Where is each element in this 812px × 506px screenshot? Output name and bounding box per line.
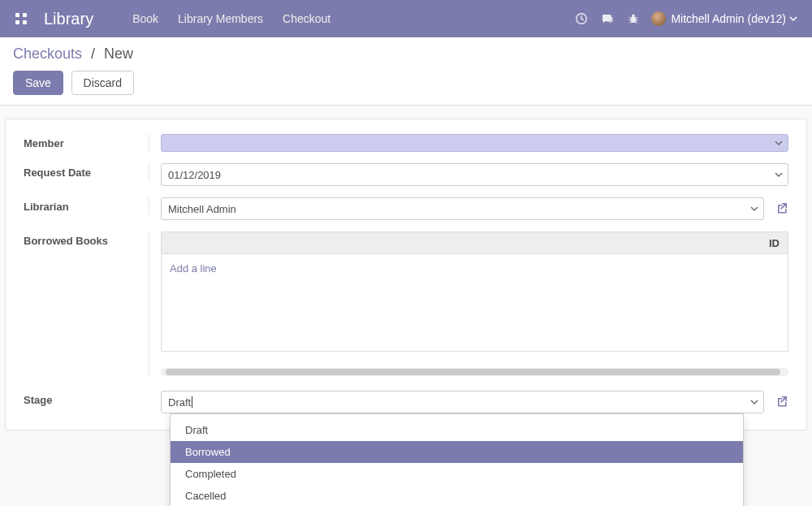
chat-icon[interactable] xyxy=(601,12,614,25)
apps-icon[interactable] xyxy=(15,12,28,25)
control-panel: Checkouts / New Save Discard xyxy=(0,37,812,106)
user-label: Mitchell Admin (dev12) xyxy=(671,12,786,25)
external-link-icon[interactable] xyxy=(774,395,788,409)
list-header: ID xyxy=(161,231,788,254)
request-date-value: 01/12/2019 xyxy=(168,169,221,181)
bug-icon[interactable] xyxy=(627,12,640,25)
chevron-down-icon xyxy=(775,171,783,179)
member-input[interactable] xyxy=(161,134,788,152)
form-sheet: Member Request Date 01/12/2019 xyxy=(5,119,807,430)
breadcrumb: Checkouts / New xyxy=(13,45,799,63)
svg-rect-3 xyxy=(23,20,27,24)
list-footer xyxy=(161,332,788,352)
label-stage: Stage xyxy=(24,391,149,409)
menu-item-checkout[interactable]: Checkout xyxy=(283,12,330,25)
svg-rect-0 xyxy=(15,13,19,17)
label-member: Member xyxy=(24,134,149,152)
stage-option-borrowed[interactable]: Borrowed xyxy=(171,441,743,463)
app-title[interactable]: Library xyxy=(44,10,93,28)
librarian-input[interactable]: Mitchell Admin xyxy=(161,197,764,220)
svg-point-6 xyxy=(633,14,636,17)
navbar: Library Book Library Members Checkout Mi… xyxy=(0,0,812,37)
row-request-date: Request Date 01/12/2019 xyxy=(24,163,788,186)
save-button[interactable]: Save xyxy=(13,71,63,95)
text-cursor xyxy=(192,396,192,408)
chevron-down-icon xyxy=(750,398,758,406)
label-borrowed-books: Borrowed Books xyxy=(24,231,149,376)
request-date-input[interactable]: 01/12/2019 xyxy=(161,163,788,186)
menu-item-book[interactable]: Book xyxy=(132,12,158,25)
stage-value: Draft xyxy=(168,396,191,409)
list-body: Add a line xyxy=(161,254,788,332)
svg-rect-1 xyxy=(23,13,27,17)
breadcrumb-sep: / xyxy=(91,45,95,62)
discard-button[interactable]: Discard xyxy=(71,71,134,95)
scrollbar[interactable] xyxy=(161,368,788,376)
stage-option-draft[interactable]: Draft xyxy=(171,419,743,441)
stage-dropdown: Draft Borrowed Completed Cacelled Create… xyxy=(170,413,744,506)
stage-option-cancelled[interactable]: Cacelled xyxy=(171,485,743,506)
label-request-date: Request Date xyxy=(24,163,149,181)
sheet-background: Member Request Date 01/12/2019 xyxy=(0,106,812,450)
stage-input[interactable]: Draft xyxy=(161,391,764,413)
label-librarian: Librarian xyxy=(24,197,149,215)
chevron-down-icon xyxy=(750,205,758,213)
avatar xyxy=(651,11,666,26)
clock-icon[interactable] xyxy=(575,12,588,25)
breadcrumb-root[interactable]: Checkouts xyxy=(13,45,82,62)
row-borrowed-books: Borrowed Books ID Add a line xyxy=(24,231,788,376)
user-menu[interactable]: Mitchell Admin (dev12) xyxy=(651,11,797,26)
svg-rect-2 xyxy=(15,20,19,24)
stage-option-completed[interactable]: Completed xyxy=(171,463,743,485)
column-id[interactable]: ID xyxy=(769,237,780,249)
chevron-down-icon xyxy=(789,15,797,23)
breadcrumb-current: New xyxy=(104,45,133,62)
scrollbar-thumb[interactable] xyxy=(166,369,780,375)
chevron-down-icon xyxy=(775,139,783,147)
row-librarian: Librarian Mitchell Admin xyxy=(24,197,788,220)
row-stage: Stage Draft Draft Borrowed Completed Cac… xyxy=(24,391,788,413)
external-link-icon[interactable] xyxy=(774,201,788,216)
menu-item-library-members[interactable]: Library Members xyxy=(178,12,263,25)
librarian-value: Mitchell Admin xyxy=(168,203,236,215)
row-member: Member xyxy=(24,134,788,152)
add-a-line[interactable]: Add a line xyxy=(170,259,780,278)
